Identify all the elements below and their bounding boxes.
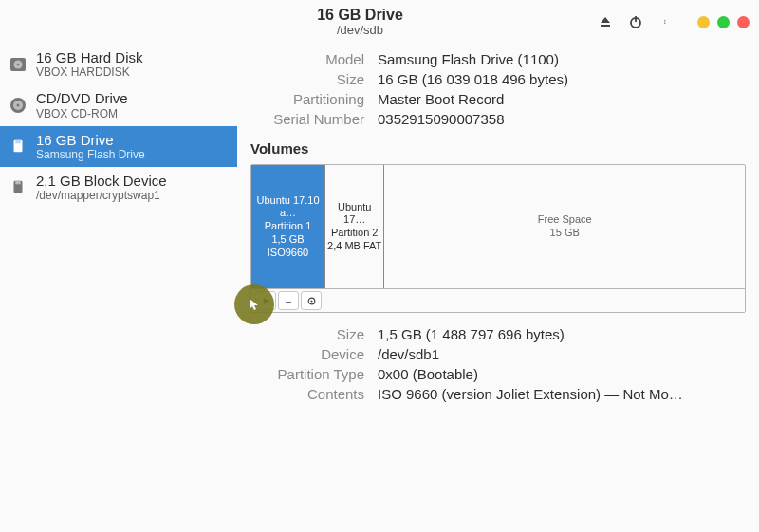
sidebar-item-label: 2,1 GB Block Device [36,173,167,189]
svg-point-10 [17,103,20,106]
label-part-device: Device [250,346,364,362]
svg-point-16 [310,300,312,302]
sidebar-item-harddisk[interactable]: 16 GB Hard Disk VBOX HARDDISK [0,44,237,84]
value-partitioning: Master Boot Record [378,91,746,107]
sidebar-item-removable[interactable]: 16 GB Drive Samsung Flash Drive [0,126,237,167]
value-part-device: /dev/sdb1 [378,346,746,362]
partition-line: Free Space [538,213,592,227]
eject-icon[interactable] [597,13,614,30]
partition-line: 2,4 MB FAT [327,240,381,253]
kv-part-contents: Contents ISO 9660 (version Joliet Extens… [250,386,746,402]
optical-icon [8,95,28,116]
volumes-box: Ubuntu 17.10 a…Partition 11,5 GB ISO9660… [250,164,746,313]
sidebar-item-optical[interactable]: CD/DVD Drive VBOX CD-ROM [0,84,237,125]
value-part-contents: ISO 9660 (version Joliet Extension) — No… [378,386,746,402]
titlebar-center: 16 GB Drive /dev/sdb [123,7,597,38]
partition-line: Ubuntu 17.10 a… [253,194,323,221]
label-model: Model [250,51,364,67]
svg-point-2 [664,20,665,21]
harddisk-icon [8,54,28,75]
main-panel: Model Samsung Flash Drive (1100) Size 16… [237,44,759,532]
kv-partitioning: Partitioning Master Boot Record [250,91,746,107]
volume-partition[interactable]: Free Space15 GB [384,165,745,288]
partition-line: Partition 2 [331,227,379,240]
svg-point-3 [664,22,665,23]
partition-line: 1,5 GB ISO9660 [253,233,323,260]
sidebar-item-label: CD/DVD Drive [36,90,128,106]
kv-serial: Serial Number 0352915090007358 [250,111,746,127]
delete-partition-button[interactable]: – [278,291,299,310]
value-model: Samsung Flash Drive (1100) [378,51,746,67]
sidebar-item-label: 16 GB Drive [36,132,145,148]
label-serial: Serial Number [250,111,364,127]
value-part-size: 1,5 GB (1 488 797 696 bytes) [378,326,746,342]
partition-line: 15 GB [550,227,580,240]
label-part-contents: Contents [250,386,364,402]
mount-button[interactable] [255,291,276,310]
sidebar-item-sub: VBOX HARDDISK [36,65,143,79]
value-part-type: 0x00 (Bootable) [378,366,746,382]
volume-partition[interactable]: Ubuntu 17.10 a…Partition 11,5 GB ISO9660 [251,165,325,288]
window-controls [697,16,750,28]
titlebar: 16 GB Drive /dev/sdb [0,0,759,44]
sidebar-item-block[interactable]: 2,1 GB Block Device /dev/mapper/cryptswa… [0,167,237,208]
volume-partition[interactable]: Ubuntu 17…Partition 22,4 MB FAT [325,165,384,288]
close-button[interactable] [737,16,750,28]
partition-line: Ubuntu 17… [327,201,381,228]
sidebar-item-sub: Samsung Flash Drive [36,148,145,161]
svg-rect-12 [15,140,20,144]
sidebar-item-sub: /dev/mapper/cryptswap1 [36,189,167,202]
minimize-button[interactable] [697,16,710,28]
label-part-size: Size [250,326,364,342]
partition-line: Partition 1 [265,220,312,233]
kv-part-size: Size 1,5 GB (1 488 797 696 bytes) [250,326,746,342]
svg-rect-14 [15,181,20,185]
sidebar-item-sub: VBOX CD-ROM [36,107,128,120]
removable-icon [8,136,28,156]
maximize-button[interactable] [717,16,730,28]
device-sidebar: 16 GB Hard Disk VBOX HARDDISK CD/DVD Dri… [0,44,237,532]
label-partitioning: Partitioning [250,91,364,107]
volumes-heading: Volumes [250,140,746,156]
window-title: 16 GB Drive [123,7,597,24]
body: 16 GB Hard Disk VBOX HARDDISK CD/DVD Dri… [0,44,759,532]
label-part-type: Partition Type [250,366,364,382]
partition-options-button[interactable] [301,291,322,310]
sidebar-item-label: 16 GB Hard Disk [36,49,143,65]
disks-window: 16 GB Drive /dev/sdb [0,0,759,532]
svg-point-4 [664,23,665,24]
kv-part-type: Partition Type 0x00 (Bootable) [250,366,746,382]
menu-icon[interactable] [657,13,675,30]
kv-size: Size 16 GB (16 039 018 496 bytes) [250,71,746,87]
window-subtitle: /dev/sdb [123,23,597,37]
value-serial: 0352915090007358 [378,111,746,127]
value-size: 16 GB (16 039 018 496 bytes) [378,71,746,87]
volume-toolbar: – [251,288,745,312]
label-size: Size [250,71,364,87]
removable-icon [8,176,28,197]
power-icon[interactable] [627,13,644,30]
svg-point-7 [17,63,20,65]
volume-map: Ubuntu 17.10 a…Partition 11,5 GB ISO9660… [251,165,745,288]
titlebar-actions [597,13,750,30]
kv-model: Model Samsung Flash Drive (1100) [250,51,746,67]
kv-part-device: Device /dev/sdb1 [250,346,746,362]
